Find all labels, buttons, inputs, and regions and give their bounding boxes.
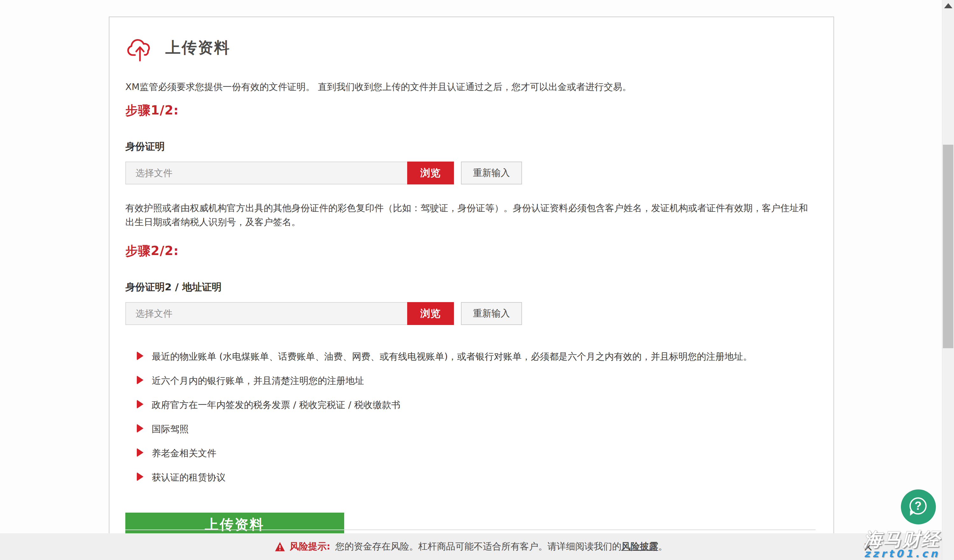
risk-warning-label: 风险提示:: [290, 540, 330, 553]
card-header: 上传资料: [125, 33, 815, 62]
risk-warning-bar: 风险提示: 您的资金存在风险。杠杆商品可能不适合所有客户。请详细阅读我们的风险披…: [0, 533, 942, 560]
question-mark-icon: ?: [909, 497, 927, 515]
step2-file-input[interactable]: [125, 302, 407, 325]
step2-field-label: 身份证明2 / 地址证明: [125, 280, 815, 294]
bullet-triangle-icon: [137, 424, 143, 433]
vertical-scrollbar[interactable]: [942, 0, 954, 560]
help-chat-button[interactable]: ?: [901, 489, 936, 524]
risk-disclosure-link[interactable]: 风险披露: [621, 541, 658, 552]
warning-triangle-icon: [274, 541, 285, 552]
intro-text: XM监管必须要求您提供一份有效的文件证明。 直到我们收到您上传的文件并且认证通过…: [125, 81, 815, 93]
document-list: 最近的物业账单 (水电煤账单、话费账单、油费、网费、或有线电视账单)，或者银行对…: [125, 350, 815, 484]
document-list-item: 获认证的租赁协议: [125, 471, 815, 484]
step1-file-input[interactable]: [125, 162, 407, 184]
upload-card: 上传资料 XM监管必须要求您提供一份有效的文件证明。 直到我们收到您上传的文件并…: [109, 17, 834, 560]
step1-heading: 步骤1/2:: [125, 102, 815, 119]
page: 上传资料 XM监管必须要求您提供一份有效的文件证明。 直到我们收到您上传的文件并…: [0, 0, 954, 560]
card-footer-divider: [125, 529, 815, 530]
bullet-triangle-icon: [137, 376, 143, 384]
risk-bar-close-button[interactable]: ×: [860, 533, 876, 560]
document-list-item-text: 获认证的租赁协议: [152, 471, 226, 484]
risk-warning-text: 您的资金存在风险。杠杆商品可能不适合所有客户。请详细阅读我们的风险披露。: [335, 540, 667, 553]
document-list-item-text: 近六个月内的银行账单，并且清楚注明您的注册地址: [152, 375, 364, 387]
step1-browse-button[interactable]: 浏览: [407, 162, 454, 184]
scrollbar-up-arrow-icon[interactable]: [944, 3, 952, 8]
document-list-item: 国际驾照: [125, 423, 815, 436]
bullet-triangle-icon: [137, 400, 143, 409]
page-title: 上传资料: [165, 37, 230, 58]
help-bubble-icon: ?: [909, 497, 928, 517]
step2-browse-button[interactable]: 浏览: [407, 302, 454, 325]
document-list-item: 最近的物业账单 (水电煤账单、话费账单、油费、网费、或有线电视账单)，或者银行对…: [125, 350, 815, 363]
step1-description: 有效护照或者由权威机构官方出具的其他身份证件的彩色复印件（比如：驾驶证，身份证等…: [125, 201, 815, 229]
document-list-item: 养老金相关文件: [125, 447, 815, 460]
document-list-item-text: 最近的物业账单 (水电煤账单、话费账单、油费、网费、或有线电视账单)，或者银行对…: [152, 350, 752, 363]
upload-cloud-icon: [125, 33, 154, 62]
scrollbar-thumb[interactable]: [943, 145, 953, 348]
document-list-item-text: 政府官方在一年内签发的税务发票 / 税收完税证 / 税收缴款书: [152, 399, 400, 412]
document-list-item: 政府官方在一年内签发的税务发票 / 税收完税证 / 税收缴款书: [125, 399, 815, 412]
step2-heading: 步骤2/2:: [125, 242, 815, 260]
upload-submit-button[interactable]: 上传资料: [125, 513, 344, 537]
step1-field-label: 身份证明: [125, 140, 815, 153]
bullet-triangle-icon: [137, 472, 143, 481]
step2-reset-button[interactable]: 重新输入: [461, 302, 522, 325]
risk-warning-content: 风险提示: 您的资金存在风险。杠杆商品可能不适合所有客户。请详细阅读我们的风险披…: [274, 540, 668, 553]
document-list-item-text: 养老金相关文件: [152, 447, 216, 460]
bullet-triangle-icon: [137, 448, 143, 457]
document-list-item: 近六个月内的银行账单，并且清楚注明您的注册地址: [125, 375, 815, 387]
step2-file-row: 浏览 重新输入: [125, 302, 815, 325]
step1-file-row: 浏览 重新输入: [125, 162, 815, 184]
step1-reset-button[interactable]: 重新输入: [461, 162, 522, 184]
bullet-triangle-icon: [137, 352, 143, 360]
document-list-item-text: 国际驾照: [152, 423, 189, 436]
